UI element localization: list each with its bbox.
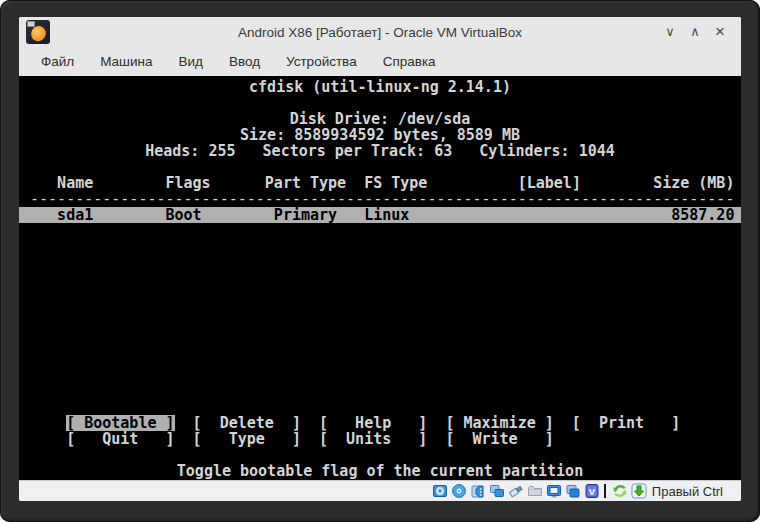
disk-drive-line: Disk Drive: /dev/sda: [19, 111, 741, 127]
usb-icon[interactable]: [508, 483, 524, 499]
menu-view[interactable]: Вид: [168, 49, 212, 74]
mouse-integration-icon[interactable]: [612, 483, 628, 499]
svg-text:V: V: [589, 486, 596, 497]
statusbar-separator: [604, 484, 606, 498]
quit-button[interactable]: [ Quit ]: [66, 431, 174, 447]
help-button[interactable]: [ Help ]: [319, 415, 427, 431]
cfdisk-menu-row2: [ Quit ][ Type ][ Units ][ Write ]: [19, 431, 741, 447]
partition-table-separator: ----------------------------------------…: [19, 191, 741, 207]
window-controls: ∨ ∧ ×: [663, 17, 727, 47]
menu-bar: Файл Машина Вид Ввод Устройства Справка: [19, 47, 741, 76]
menu-machine[interactable]: Машина: [90, 49, 162, 74]
virtualbox-window: Android X86 [Работает] - Oracle VM Virtu…: [19, 17, 741, 501]
minimize-button[interactable]: ∨: [663, 17, 677, 47]
type-button[interactable]: [ Type ]: [193, 431, 301, 447]
menu-file[interactable]: Файл: [31, 49, 84, 74]
maximize-button[interactable]: ∧: [688, 17, 702, 47]
guest-terminal-screen[interactable]: cfdisk (util-linux-ng 2.14.1) Disk Drive…: [19, 76, 741, 480]
vm-window-frame: Android X86 [Работает] - Oracle VM Virtu…: [0, 0, 760, 522]
display-icon[interactable]: [546, 483, 562, 499]
bootable-button[interactable]: [ Bootable ]: [66, 415, 174, 431]
menu-devices[interactable]: Устройства: [276, 49, 367, 74]
optical-drives-icon[interactable]: [451, 483, 467, 499]
host-key-label: Правый Ctrl: [652, 484, 723, 499]
features-icon[interactable]: V: [584, 483, 600, 499]
partition-table-header: Name Flags Part Type FS Type [Label] Siz…: [19, 175, 741, 191]
recording-icon[interactable]: [565, 483, 581, 499]
window-title: Android X86 [Работает] - Oracle VM Virtu…: [19, 25, 741, 40]
maximize-partition-button[interactable]: [ Maximize ]: [445, 415, 553, 431]
cfdisk-status-hint: Toggle bootable flag of the current part…: [19, 463, 741, 479]
units-button[interactable]: [ Units ]: [319, 431, 427, 447]
title-bar[interactable]: Android X86 [Работает] - Oracle VM Virtu…: [19, 17, 741, 47]
status-bar: V Правый Ctrl: [19, 480, 741, 501]
partition-row-sda1[interactable]: sda1 Boot Primary Linux 8587.20: [19, 207, 741, 223]
menu-help[interactable]: Справка: [373, 49, 446, 74]
menu-input[interactable]: Ввод: [219, 49, 270, 74]
shared-folders-icon[interactable]: [527, 483, 543, 499]
close-button[interactable]: ×: [713, 17, 727, 47]
delete-button[interactable]: [ Delete ]: [193, 415, 301, 431]
cfdisk-menu-row1: [ Bootable ][ Delete ][ Help ][ Maximize…: [19, 415, 741, 431]
hard-disks-icon[interactable]: [432, 483, 448, 499]
disk-geometry-line: Heads: 255 Sectors per Track: 63 Cylinde…: [19, 143, 741, 159]
network-icon[interactable]: [489, 483, 505, 499]
audio-icon[interactable]: [470, 483, 486, 499]
cfdisk-title: cfdisk (util-linux-ng 2.14.1): [19, 79, 741, 95]
disk-size-line: Size: 8589934592 bytes, 8589 MB: [19, 127, 741, 143]
print-button[interactable]: [ Print ]: [572, 415, 680, 431]
write-button[interactable]: [ Write ]: [445, 431, 553, 447]
host-key-icon[interactable]: [631, 483, 647, 499]
